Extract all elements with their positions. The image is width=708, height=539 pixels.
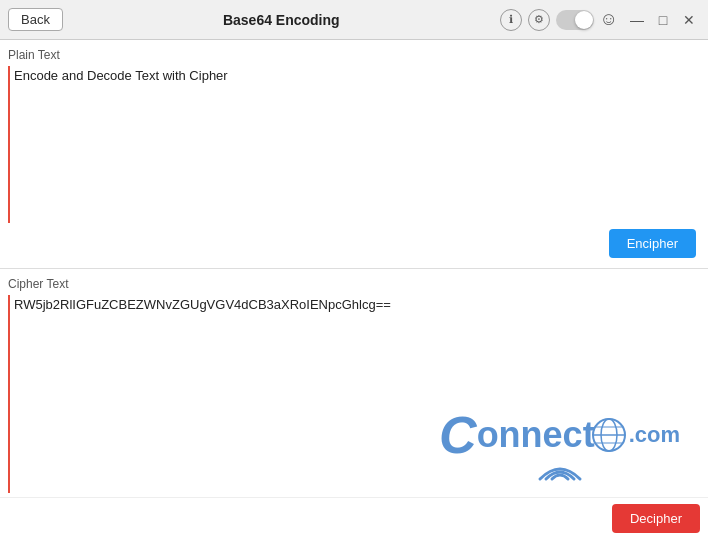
- decipher-button[interactable]: Decipher: [612, 504, 700, 533]
- cipher-text-input[interactable]: [8, 295, 700, 493]
- window-controls: — □ ✕: [626, 9, 700, 31]
- cipher-content-area: C onnect .com: [8, 295, 700, 493]
- encipher-button[interactable]: Encipher: [609, 229, 696, 258]
- cipher-text-label: Cipher Text: [8, 277, 700, 291]
- plain-text-section: Plain Text Encipher: [0, 40, 708, 269]
- plain-text-input[interactable]: [8, 66, 700, 223]
- cipher-text-section: Cipher Text C onnect .com: [0, 269, 708, 497]
- settings-icon[interactable]: ⚙: [528, 9, 550, 31]
- bottom-bar: Decipher: [0, 497, 708, 539]
- close-button[interactable]: ✕: [678, 9, 700, 31]
- window-title: Base64 Encoding: [63, 12, 500, 28]
- encipher-action-row: Encipher: [8, 223, 700, 264]
- maximize-button[interactable]: □: [652, 9, 674, 31]
- plain-text-wrapper: [8, 66, 700, 223]
- back-button[interactable]: Back: [8, 8, 63, 31]
- info-icon[interactable]: ℹ: [500, 9, 522, 31]
- title-bar: Back Base64 Encoding ℹ ⚙ ☺ — □ ✕: [0, 0, 708, 40]
- main-content: Plain Text Encipher Cipher Text C onnect: [0, 40, 708, 497]
- toggle-switch[interactable]: [556, 10, 594, 30]
- minimize-button[interactable]: —: [626, 9, 648, 31]
- plain-text-label: Plain Text: [8, 48, 700, 62]
- smiley-icon[interactable]: ☺: [600, 9, 618, 30]
- title-icon-group: ℹ ⚙ ☺: [500, 9, 618, 31]
